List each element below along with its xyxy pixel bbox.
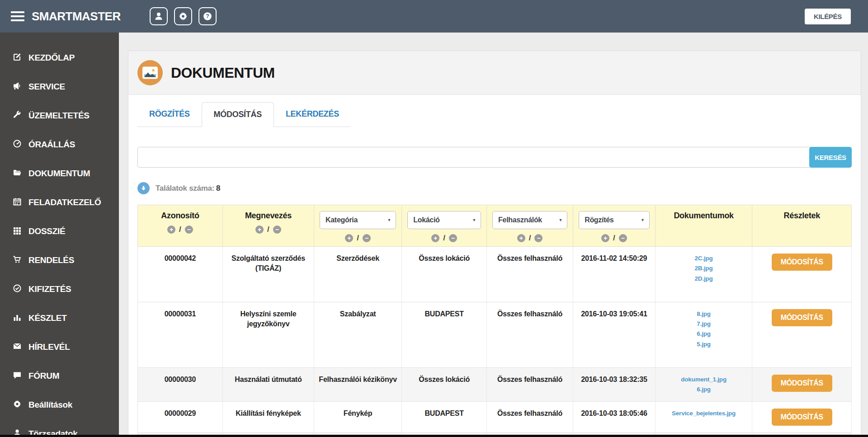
table-row: 00000030Használati útmutatóFelhasználói … [138,367,852,402]
document-link[interactable]: 6.jpg [659,385,749,395]
column-title: Megnevezés [226,211,311,221]
location-cell: BUDAPEST [402,302,487,367]
gauge-icon [13,139,22,150]
column-header-azonosito: Azonosító+/− [138,205,223,247]
sort-ascending-button[interactable]: + [167,226,175,234]
sidebar-item-dokumentum[interactable]: DOKUMENTUM [0,159,119,188]
hamburger-menu-icon[interactable] [11,9,24,23]
recorded-cell: 2016-10-03 18:05:46 [573,402,656,433]
rogzites-filter-dropdown[interactable]: Rögzítés▼ [579,211,650,229]
sort-descending-button[interactable]: − [273,226,281,234]
sidebar-item-label: Beállítások [28,400,72,410]
document-link[interactable]: 6.jpg [659,329,749,339]
sidebar-item-label: SERVICE [28,82,65,92]
column-header-rogzites: Rögzítés▼+/− [573,205,656,247]
document-link[interactable]: 2D.jpg [659,274,749,284]
modify-button[interactable]: MÓDOSÍTÁS [772,409,832,426]
category-cell: Szerződések [314,247,402,302]
comment-icon [13,371,22,382]
recorded-cell: 2016-10-03 18:32:35 [573,367,656,402]
sidebar-item-kezdolap[interactable]: KEZDŐLAP [0,43,119,72]
sort-descending-button[interactable]: − [534,234,542,242]
sort-descending-button[interactable]: − [619,234,627,242]
check-circle-icon [13,284,22,295]
modify-button[interactable]: MÓDOSÍTÁS [772,254,832,271]
sidebar-item-hirlevel[interactable]: HÍRLEVÉL [0,333,119,362]
sidebar-item-oraallas[interactable]: ÓRAÁLLÁS [0,130,119,159]
tab-lekerdezes[interactable]: LEKÉRDEZÉS [274,102,351,127]
sidebar-item-beallitasok[interactable]: Beállítások [0,390,119,419]
sort-ascending-button[interactable]: + [431,234,439,242]
sort-descending-button[interactable]: − [185,226,193,234]
sort-descending-button[interactable]: − [363,234,371,242]
sort-controls: +/− [490,234,570,243]
document-link[interactable]: 7.jpg [659,319,749,329]
sort-ascending-button[interactable]: + [345,234,353,242]
edit-icon [13,52,22,64]
sidebar-item-keszlet[interactable]: KÉSZLET [0,304,119,333]
document-link[interactable]: 8.jpg [659,309,749,319]
results-label: Találatok száma:8 [156,184,220,193]
sort-ascending-button[interactable]: + [601,234,609,242]
content-panel: DOKUMENTUM RÖGZÍTÉS MÓDOSÍTÁS LEKÉRDEZÉS… [128,51,861,437]
kategoria-filter-dropdown[interactable]: Kategória▼ [320,211,396,229]
modify-button[interactable]: MÓDOSÍTÁS [772,375,832,392]
sidebar-item-rendeles[interactable]: RENDELÉS [0,246,119,275]
profile-button[interactable] [150,7,168,25]
results-row: Találatok száma:8 [137,182,852,194]
column-title: Részletek [755,211,849,221]
filter-dropdown-label: Felhasználók [498,216,542,224]
id-cell: 00000031 [138,302,223,367]
filter-dropdown-label: Rögzítés [585,216,613,224]
recorded-cell: 2016-11-02 14:50:29 [573,247,656,302]
document-link[interactable]: Service_bejelentes.jpg [659,409,749,418]
logout-button[interactable]: KILÉPÉS [805,9,851,24]
sidebar-item-label: FELADATKEZELŐ [28,197,101,207]
search-button[interactable]: KERESÉS [809,147,852,168]
sidebar-item-feladatkezelo[interactable]: FELADATKEZELŐ [0,188,119,217]
sort-ascending-button[interactable]: + [517,234,525,242]
sidebar-item-dosszie[interactable]: DOSSZIÉ [0,217,119,246]
table-row: 00000042Szolgáltató szerződés (TIGÁZ)Sze… [138,247,852,302]
name-cell: Helyszíni szemle jegyzőkönyv [222,302,314,367]
help-button[interactable]: ? [198,7,217,25]
sidebar-item-forum[interactable]: FÓRUM [0,362,119,390]
page-title: DOKUMENTUM [171,65,275,81]
gear-icon [178,11,188,21]
arrow-down-circle-icon [137,182,150,194]
sort-controls: +/− [405,234,484,243]
sort-ascending-button[interactable]: + [255,226,264,234]
category-cell: Felhasználói kézikönyv [314,367,402,402]
sidebar-item-service[interactable]: SERVICE [0,72,119,101]
name-cell: Kiállítási fényképek [222,402,314,433]
location-cell: Összes lokáció [402,247,487,302]
sort-slash: / [179,225,181,234]
table-body: 00000042Szolgáltató szerződés (TIGÁZ)Sze… [138,247,852,437]
search-input[interactable] [137,147,811,168]
megaphone-icon [13,81,22,93]
chevron-down-icon: ▼ [641,218,645,222]
sidebar-item-label: DOKUMENTUM [28,169,90,179]
category-cell: Fénykép [314,402,402,433]
app-brand: SMARTMASTER [32,9,121,23]
sort-descending-button[interactable]: − [449,234,457,242]
document-link[interactable]: 2C.jpg [659,254,749,263]
modify-button[interactable]: MÓDOSÍTÁS [772,309,832,326]
sidebar-item-kifizetes[interactable]: KIFIZETÉS [0,275,119,304]
tab-rogzites[interactable]: RÖGZÍTÉS [137,102,202,127]
grid-icon [13,226,22,237]
sort-controls: +/− [317,234,399,243]
document-link[interactable]: 2B.jpg [659,263,749,273]
document-link[interactable]: dokument_1.jpg [659,375,749,385]
filter-dropdown-label: Lokáció [413,216,439,224]
users-cell: Összes felhasználó [487,402,573,433]
details-cell: MÓDOSÍTÁS [752,367,852,402]
tab-modositas[interactable]: MÓDOSÍTÁS [202,102,274,127]
bottom-edge-strip [0,435,868,437]
sidebar-item-uzemeltetes[interactable]: ÜZEMELTETÉS [0,101,119,130]
felhasznalok-filter-dropdown[interactable]: Felhasználók▼ [492,211,567,229]
document-link[interactable]: 5.jpg [659,339,749,349]
panel-header: DOKUMENTUM [128,51,861,95]
settings-button[interactable] [174,7,192,25]
lokacio-filter-dropdown[interactable]: Lokáció▼ [407,211,481,229]
